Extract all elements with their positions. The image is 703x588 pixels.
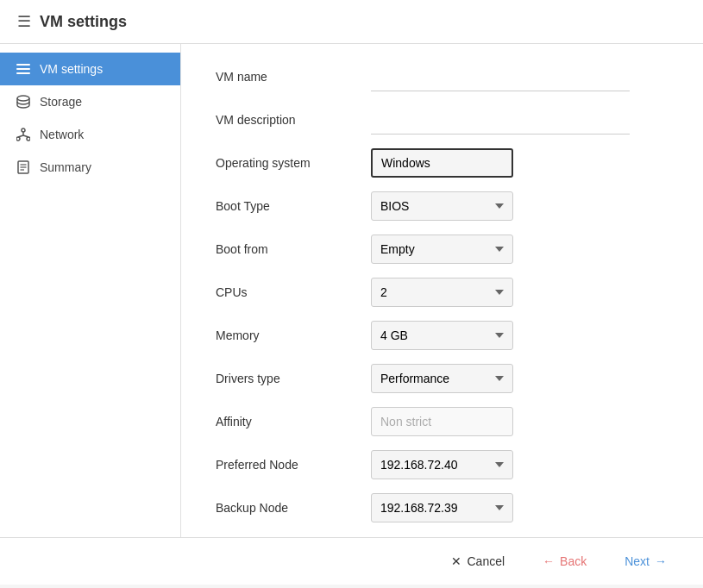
affinity-label: Affinity — [216, 415, 371, 428]
cpus-select[interactable]: 1 2 4 8 — [371, 278, 513, 307]
next-icon: → — [655, 554, 667, 568]
header-icon: ☰ — [17, 12, 31, 31]
affinity-select[interactable]: Non strict Strict — [371, 407, 513, 436]
svg-point-5 — [16, 137, 20, 141]
operating-system-row: Operating system Windows Linux Other — [216, 147, 668, 178]
network-icon — [16, 128, 31, 141]
cancel-icon: ✕ — [451, 554, 461, 568]
sidebar-item-vm-settings[interactable]: VM settings — [0, 53, 180, 85]
cancel-button[interactable]: ✕ Cancel — [436, 547, 520, 575]
svg-line-9 — [23, 135, 28, 137]
preferred-node-label: Preferred Node — [216, 458, 371, 472]
sidebar-label-storage: Storage — [40, 95, 82, 109]
back-label: Back — [560, 554, 587, 568]
memory-row: Memory 1 GB 2 GB 4 GB 8 GB 16 GB — [216, 320, 668, 351]
sidebar-label-network: Network — [40, 128, 84, 141]
back-button[interactable]: ← Back — [527, 547, 602, 575]
back-icon: ← — [543, 554, 555, 568]
affinity-row: Affinity Non strict Strict — [216, 406, 668, 437]
svg-rect-0 — [16, 64, 30, 66]
vm-name-label: VM name — [216, 70, 371, 84]
cpus-row: CPUs 1 2 4 8 — [216, 277, 668, 308]
summary-icon — [16, 160, 31, 174]
vm-name-row: VM name — [216, 61, 668, 92]
preferred-node-row: Preferred Node 192.168.72.40 192.168.72.… — [216, 449, 668, 480]
svg-point-3 — [17, 96, 29, 101]
footer: ✕ Cancel ← Back Next → — [0, 537, 703, 585]
svg-rect-2 — [16, 72, 30, 74]
boot-type-select[interactable]: BIOS UEFI — [371, 191, 513, 221]
vm-description-input[interactable] — [371, 105, 630, 134]
boot-from-row: Boot from Empty ISO PXE — [216, 234, 668, 265]
vm-name-input[interactable] — [371, 62, 630, 91]
memory-select[interactable]: 1 GB 2 GB 4 GB 8 GB 16 GB — [371, 321, 513, 350]
sidebar-item-summary[interactable]: Summary — [0, 151, 180, 184]
backup-node-select[interactable]: 192.168.72.39 192.168.72.40 — [371, 493, 513, 522]
operating-system-select[interactable]: Windows Linux Other — [371, 148, 513, 178]
storage-icon — [16, 95, 31, 109]
next-button[interactable]: Next → — [609, 547, 682, 575]
sidebar-label-vm-settings: VM settings — [40, 62, 103, 76]
drivers-type-label: Drivers type — [216, 372, 371, 385]
boot-type-row: Boot Type BIOS UEFI — [216, 191, 668, 222]
vm-description-label: VM description — [216, 113, 371, 127]
preferred-node-select[interactable]: 192.168.72.40 192.168.72.39 — [371, 450, 513, 479]
backup-node-label: Backup Node — [216, 501, 371, 515]
content-area: VM name VM description Operating system … — [181, 44, 703, 537]
next-label: Next — [625, 554, 650, 568]
drivers-type-select[interactable]: Performance Balanced Power Saving — [371, 364, 513, 393]
sidebar-label-summary: Summary — [40, 160, 91, 174]
page-header: ☰ VM settings — [0, 0, 703, 44]
svg-point-4 — [22, 128, 25, 132]
cpus-label: CPUs — [216, 285, 371, 299]
svg-rect-1 — [16, 68, 30, 70]
boot-from-select[interactable]: Empty ISO PXE — [371, 235, 513, 264]
sidebar-item-network[interactable]: Network — [0, 118, 180, 151]
vm-description-row: VM description — [216, 104, 668, 135]
backup-node-row: Backup Node 192.168.72.39 192.168.72.40 — [216, 492, 668, 523]
drivers-type-row: Drivers type Performance Balanced Power … — [216, 363, 668, 394]
memory-label: Memory — [216, 328, 371, 342]
boot-type-label: Boot Type — [216, 199, 371, 213]
svg-point-6 — [27, 137, 30, 141]
svg-line-8 — [18, 135, 23, 137]
vm-settings-icon — [16, 63, 31, 75]
boot-from-label: Boot from — [216, 242, 371, 256]
sidebar: VM settings Storage — [0, 44, 181, 537]
main-layout: VM settings Storage — [0, 44, 703, 537]
operating-system-label: Operating system — [216, 156, 371, 170]
cancel-label: Cancel — [467, 554, 505, 568]
sidebar-item-storage[interactable]: Storage — [0, 85, 180, 118]
page-title: VM settings — [40, 13, 127, 31]
